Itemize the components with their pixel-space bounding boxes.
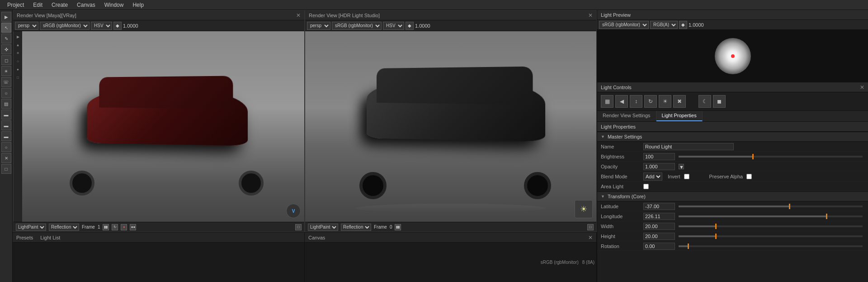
- hdr-footer-mode1[interactable]: LightPaint: [308, 224, 338, 231]
- tab-light-properties[interactable]: Light Properties: [656, 111, 703, 121]
- tool-bar2[interactable]: ▬: [1, 120, 11, 130]
- expand-btn[interactable]: □: [295, 224, 302, 230]
- lc-scale-btn[interactable]: ☀: [659, 95, 671, 108]
- tool-arrow[interactable]: ↖: [1, 23, 11, 33]
- loop-btn[interactable]: ●●: [130, 224, 136, 230]
- maya-footer-mode2[interactable]: Reflection: [49, 224, 79, 231]
- lc-extra-btn[interactable]: ◼: [713, 95, 726, 108]
- hdr-toolbar: persp sRGB (rgbMonitor) HSV ◆ 1.0000: [305, 20, 596, 31]
- light-controls-close[interactable]: ✕: [860, 84, 864, 91]
- transform-section[interactable]: ▼ Transform (Core): [597, 191, 868, 201]
- brightness-handle[interactable]: [752, 154, 754, 159]
- lc-grid-btn[interactable]: ▦: [601, 95, 613, 108]
- hdr-mode-select[interactable]: HSV: [383, 22, 404, 30]
- tool-blur[interactable]: ☏: [1, 77, 11, 87]
- area-light-checkbox[interactable]: [643, 184, 649, 189]
- mini-tool-5[interactable]: ●: [14, 66, 22, 73]
- maya-camera-select[interactable]: persp: [15, 22, 38, 30]
- tool-bar1[interactable]: ▬: [1, 110, 11, 119]
- brightness-slider[interactable]: [679, 156, 863, 158]
- maya-colorspace-select[interactable]: sRGB (rgbMonitor): [40, 22, 90, 30]
- maya-footer-mode1[interactable]: LightPaint: [16, 224, 46, 231]
- opacity-input[interactable]: [643, 163, 675, 170]
- rotation-handle[interactable]: [688, 244, 689, 249]
- preview-mode[interactable]: RGB(A): [650, 21, 678, 29]
- left-toolbar: ▶ ↖ ✎ ✜ ◻ ☀ ☏ ☼ ▤ ▬ ▬ ▬ ○ ✕ □: [0, 10, 13, 282]
- canvas-close[interactable]: ✕: [588, 234, 593, 241]
- mini-tool-6[interactable]: □: [14, 74, 22, 81]
- latitude-input[interactable]: [643, 203, 675, 210]
- hdr-colorspace-select[interactable]: sRGB (rgbMonitor): [332, 22, 382, 30]
- tool-extra[interactable]: □: [1, 164, 11, 174]
- menu-window[interactable]: Window: [101, 1, 127, 9]
- preview-colorspace[interactable]: sRGB (rgbMonitor): [599, 21, 649, 29]
- lc-prev-btn[interactable]: ◀: [615, 95, 628, 108]
- lc-move-btn[interactable]: ↕: [630, 95, 642, 108]
- menu-edit[interactable]: Edit: [29, 1, 46, 9]
- mini-tool-4[interactable]: ○: [14, 57, 22, 65]
- hdr-hdr-btn[interactable]: ◆: [406, 22, 414, 30]
- tool-close[interactable]: ✕: [1, 153, 11, 163]
- play-pause-btn[interactable]: ▮▮: [103, 224, 109, 230]
- hdr-expand-btn[interactable]: □: [587, 224, 594, 230]
- rewind-btn[interactable]: ↻: [112, 224, 118, 230]
- height-input[interactable]: [643, 233, 675, 240]
- tool-bar3[interactable]: ▬: [1, 131, 11, 141]
- width-fill: [679, 225, 715, 227]
- mini-tool-3[interactable]: ☀: [14, 49, 22, 57]
- menu-create[interactable]: Create: [48, 1, 71, 9]
- blend-mode-label: Blend Mode: [601, 174, 642, 179]
- menu-help[interactable]: Help: [129, 1, 147, 9]
- hdr-footer-mode2[interactable]: Reflection: [341, 224, 371, 231]
- preserve-alpha-checkbox[interactable]: [746, 174, 752, 179]
- solar-icon[interactable]: ☀: [575, 200, 593, 218]
- record-btn[interactable]: ●: [121, 224, 127, 230]
- hdr-canvas[interactable]: ☀: [305, 31, 596, 222]
- width-handle[interactable]: [715, 224, 717, 229]
- rotation-slider[interactable]: [679, 245, 863, 247]
- mini-tool-2[interactable]: ▲: [14, 41, 22, 48]
- tool-clone[interactable]: ☀: [1, 66, 11, 76]
- width-row: Width: [597, 221, 868, 231]
- maya-hdr-btn[interactable]: ◆: [113, 22, 122, 30]
- invert-checkbox[interactable]: [684, 174, 689, 179]
- tool-eraser[interactable]: ◻: [1, 55, 11, 65]
- opacity-stepper-down[interactable]: ▼: [679, 164, 684, 169]
- latitude-handle[interactable]: [789, 204, 790, 209]
- master-settings-section[interactable]: ▼ Master Settings: [597, 132, 868, 142]
- mini-tool-1[interactable]: ▶: [14, 33, 22, 40]
- longitude-slider[interactable]: [679, 215, 863, 217]
- lc-reset-btn[interactable]: ✖: [673, 95, 686, 108]
- longitude-handle[interactable]: [826, 214, 827, 219]
- tool-mesh[interactable]: ▤: [1, 99, 11, 109]
- longitude-input[interactable]: [643, 213, 675, 220]
- width-input[interactable]: [643, 223, 675, 230]
- lc-rotate-btn[interactable]: ↻: [644, 95, 657, 108]
- brightness-input[interactable]: [643, 153, 675, 160]
- lc-brightness-btn[interactable]: ☾: [698, 95, 711, 108]
- hdr-camera-select[interactable]: persp: [307, 22, 330, 30]
- latitude-slider[interactable]: [679, 206, 863, 207]
- close-hdr-btn[interactable]: ✕: [588, 12, 593, 19]
- tool-paint[interactable]: ✎: [1, 33, 11, 43]
- close-maya-btn[interactable]: ✕: [296, 12, 301, 19]
- tool-globe[interactable]: ○: [1, 142, 11, 152]
- height-slider[interactable]: [679, 235, 863, 237]
- blend-mode-row: Blend Mode Add Invert Preserve Alpha: [597, 172, 868, 182]
- height-handle[interactable]: [715, 234, 717, 239]
- tab-render-view-settings[interactable]: Render View Settings: [597, 111, 656, 121]
- menu-project[interactable]: Project: [4, 1, 28, 9]
- render-title-maya: Render View [Maya][VRay] ✕: [13, 10, 304, 20]
- width-slider[interactable]: [679, 225, 863, 227]
- rotation-input[interactable]: [643, 243, 675, 250]
- maya-canvas[interactable]: V: [22, 31, 304, 222]
- blend-mode-select[interactable]: Add: [643, 172, 662, 181]
- menu-canvas[interactable]: Canvas: [73, 1, 99, 9]
- preview-hdr-btn[interactable]: ◆: [679, 21, 687, 29]
- name-input[interactable]: [643, 143, 734, 150]
- tool-transform[interactable]: ✜: [1, 44, 11, 54]
- tool-light[interactable]: ☼: [1, 88, 11, 98]
- hdr-play-pause-btn[interactable]: ▮▮: [395, 224, 401, 230]
- tool-select[interactable]: ▶: [1, 12, 11, 22]
- maya-mode-select[interactable]: HSV: [91, 22, 112, 30]
